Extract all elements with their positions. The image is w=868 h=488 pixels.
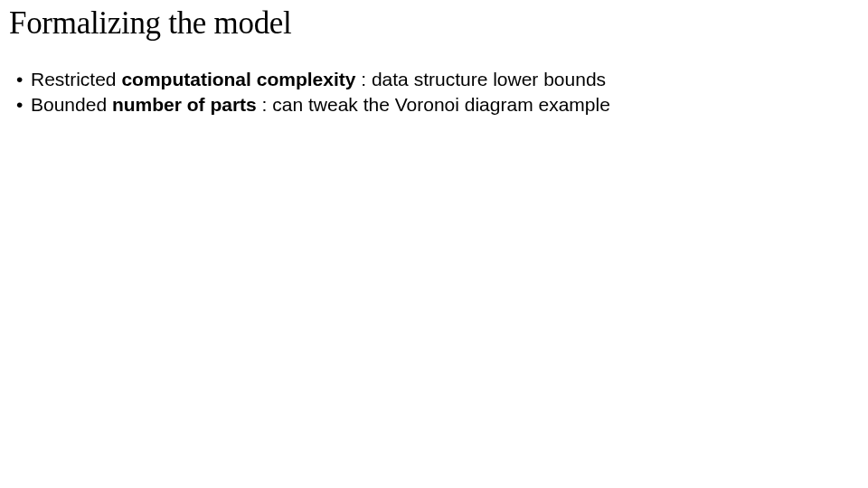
bullet-bold: computational complexity: [121, 69, 355, 89]
slide-title: Formalizing the model: [9, 5, 859, 42]
bullet-bold: number of parts: [112, 94, 257, 115]
list-item: Restricted computational complexity : da…: [16, 67, 859, 92]
list-item: Bounded number of parts : can tweak the …: [16, 92, 859, 117]
bullet-prefix: Restricted: [31, 69, 121, 89]
bullet-prefix: Bounded: [31, 94, 112, 115]
bullet-list: Restricted computational complexity : da…: [9, 67, 859, 118]
slide: Formalizing the model Restricted computa…: [0, 0, 868, 124]
bullet-suffix: : can tweak the Voronoi diagram example: [257, 94, 610, 115]
bullet-suffix: : data structure lower bounds: [355, 69, 606, 89]
